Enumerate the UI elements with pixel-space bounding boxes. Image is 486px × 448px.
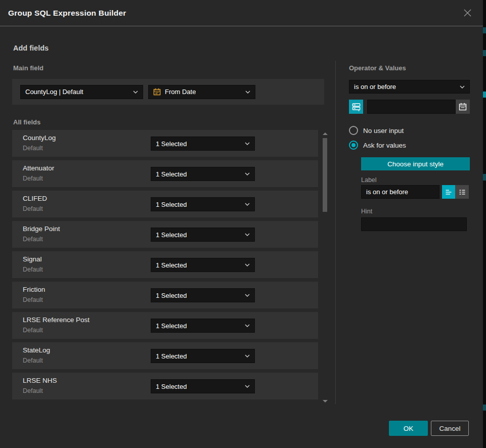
field-name: CLIFED [23, 195, 47, 202]
field-selected-value: 1 Selected [156, 322, 187, 330]
field-selected-dropdown[interactable]: 1 Selected [151, 167, 255, 181]
field-subtitle: Default [23, 387, 43, 394]
field-selected-value: 1 Selected [156, 261, 187, 269]
field-row: CountyLog Default 1 Selected [12, 130, 318, 157]
chevron-down-icon [242, 91, 250, 94]
radio-unselected-icon [349, 126, 358, 135]
value-type-icon [352, 103, 361, 111]
background-accent-segment [483, 50, 486, 56]
chevron-down-icon [130, 91, 138, 94]
field-subtitle: Default [23, 327, 43, 334]
chevron-down-icon [242, 172, 250, 175]
field-row: Friction Default 1 Selected [12, 282, 318, 308]
chevron-down-icon [242, 294, 250, 297]
label-input[interactable] [361, 185, 439, 199]
field-subtitle: Default [23, 205, 43, 212]
field-subtitle: Default [23, 145, 43, 152]
chevron-down-icon [242, 142, 250, 145]
field-name: LRSE Reference Post [23, 316, 90, 324]
field-row: CLIFED Default 1 Selected [12, 191, 318, 217]
scrollbar-up-arrow-icon[interactable] [323, 132, 328, 135]
main-field-layer-dropdown-value: CountyLog | Default [25, 88, 83, 96]
field-row: LRSE Reference Post Default 1 Selected [12, 312, 318, 339]
calendar-icon [459, 103, 467, 111]
field-name: Attenuator [23, 164, 54, 172]
operator-dropdown-value: is on or before [354, 83, 396, 91]
field-selected-value: 1 Selected [156, 292, 187, 299]
field-selected-dropdown[interactable]: 1 Selected [151, 319, 255, 333]
chevron-down-icon [457, 85, 465, 88]
field-row: Attenuator Default 1 Selected [12, 160, 318, 187]
value-input[interactable] [367, 100, 456, 114]
scrollbar[interactable] [323, 130, 328, 405]
ask-for-values-option[interactable]: Ask for values [349, 141, 470, 150]
label-row [361, 185, 470, 199]
main-field-label: Main field [13, 64, 43, 72]
label-caption: Label [361, 176, 470, 184]
field-subtitle: Default [23, 266, 43, 273]
main-field-field-dropdown-value: From Date [165, 88, 196, 96]
field-rows: CountyLog Default 1 Selected Attenuator … [12, 130, 328, 399]
ok-button[interactable]: OK [389, 421, 428, 436]
main-field-layer-dropdown[interactable]: CountyLog | Default [20, 85, 143, 99]
hint-input[interactable] [361, 217, 467, 231]
background-accent-segment [483, 174, 486, 181]
field-row: LRSE NHS Default 1 Selected [12, 373, 318, 399]
field-subtitle: Default [23, 236, 43, 243]
field-selected-dropdown[interactable]: 1 Selected [151, 258, 255, 272]
field-selected-dropdown[interactable]: 1 Selected [151, 137, 255, 151]
screen: Group SQL Expression Builder Add fields … [0, 0, 486, 448]
field-selected-dropdown[interactable]: 1 Selected [151, 197, 255, 211]
background-accent-segment [483, 92, 486, 98]
field-selected-dropdown[interactable]: 1 Selected [151, 288, 255, 302]
field-selected-value: 1 Selected [156, 383, 187, 390]
field-selected-value: 1 Selected [156, 352, 187, 360]
radio-selected-icon [349, 141, 358, 150]
operator-values-panel: Operator & Values is on or before [349, 61, 470, 231]
field-selected-value: 1 Selected [156, 170, 187, 178]
dialog-title: Group SQL Expression Builder [8, 9, 126, 18]
field-selected-value: 1 Selected [156, 231, 187, 239]
calendar-picker-button[interactable] [456, 100, 470, 114]
value-type-button[interactable] [349, 100, 363, 114]
single-line-style-button[interactable] [442, 185, 455, 199]
add-fields-heading: Add fields [13, 44, 49, 52]
chevron-down-icon [242, 385, 250, 388]
chevron-down-icon [242, 233, 250, 236]
field-name: Signal [23, 255, 42, 263]
no-user-input-option[interactable]: No user input [349, 126, 470, 135]
field-name: LRSE NHS [23, 377, 57, 384]
chevron-down-icon [242, 354, 250, 357]
chevron-down-icon [242, 263, 250, 266]
input-style-section: Choose input style Label [361, 150, 470, 231]
field-name: StateLog [23, 346, 50, 354]
field-name: CountyLog [23, 134, 56, 142]
cancel-button[interactable]: Cancel [431, 421, 469, 436]
field-row: Signal Default 1 Selected [12, 251, 318, 278]
field-selected-dropdown[interactable]: 1 Selected [151, 228, 255, 242]
scrollbar-down-arrow-icon[interactable] [323, 400, 328, 402]
field-selected-dropdown[interactable]: 1 Selected [151, 349, 255, 363]
group-sql-expression-builder-dialog: Group SQL Expression Builder Add fields … [0, 0, 483, 448]
background-app-edge [483, 0, 486, 448]
field-selected-value: 1 Selected [156, 140, 187, 148]
operator-dropdown[interactable]: is on or before [349, 80, 470, 94]
chevron-down-icon [242, 203, 250, 206]
field-selected-dropdown[interactable]: 1 Selected [151, 379, 255, 393]
field-selected-value: 1 Selected [156, 201, 187, 208]
close-button[interactable] [462, 8, 473, 18]
hint-caption: Hint [361, 208, 470, 215]
dialog-titlebar: Group SQL Expression Builder [0, 0, 483, 26]
list-style-button[interactable] [455, 185, 469, 199]
chevron-down-icon [242, 324, 250, 327]
field-row: StateLog Default 1 Selected [12, 342, 318, 369]
list-icon [458, 188, 466, 196]
main-field-field-dropdown[interactable]: From Date [148, 85, 255, 99]
all-fields-label: All fields [13, 118, 40, 126]
scrollbar-thumb[interactable] [323, 138, 327, 212]
choose-input-style-button[interactable]: Choose input style [361, 157, 470, 170]
background-accent-segment [483, 405, 486, 411]
align-left-icon [445, 188, 453, 196]
operator-values-label: Operator & Values [349, 64, 470, 72]
field-subtitle: Default [23, 296, 43, 303]
